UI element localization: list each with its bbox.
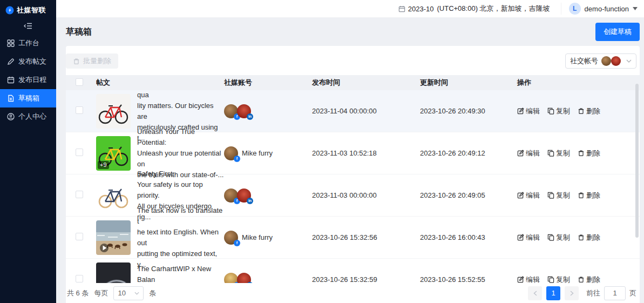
- row-checkbox[interactable]: [76, 191, 83, 198]
- post-thumbnail[interactable]: [96, 262, 131, 284]
- goto-page-input[interactable]: [604, 286, 626, 300]
- sidebar: 社媒智联 工作台 发布帖文 发布日程 草稿箱 个人: [0, 0, 56, 303]
- sidebar-nav: 工作台 发布帖文 发布日程 草稿箱 个人中心: [0, 34, 56, 126]
- trash-icon: [578, 192, 585, 199]
- brand-name: 社媒智联: [17, 5, 46, 15]
- linkedin-badge-icon: in: [247, 113, 253, 120]
- username: demo-function: [585, 5, 629, 13]
- header-update-time: 更新时间: [420, 78, 448, 86]
- copy-button[interactable]: 复制: [547, 106, 570, 116]
- account-avatar: [611, 56, 621, 66]
- next-page-button[interactable]: [565, 286, 579, 300]
- edit-button[interactable]: 编辑: [517, 191, 540, 200]
- calendar-icon: [398, 5, 405, 12]
- copy-button[interactable]: 复制: [547, 233, 570, 243]
- account-name: Mike furry: [242, 149, 273, 157]
- sidebar-item-publish-schedule[interactable]: 发布日程: [0, 71, 56, 89]
- edit-button[interactable]: 编辑: [517, 106, 540, 116]
- edit-button[interactable]: 编辑: [517, 149, 540, 158]
- table-scrollbar[interactable]: [635, 84, 639, 238]
- sidebar-item-drafts[interactable]: 草稿箱: [0, 89, 56, 107]
- account-avatar: f: [224, 231, 238, 245]
- date-picker[interactable]: 2023-10: [398, 5, 434, 13]
- content: 草稿箱 创建草稿 批量删除 社交帐号: [56, 18, 644, 303]
- page-title: 草稿箱: [66, 26, 92, 38]
- pagination: 共 6 条 每页 10 条 1: [66, 283, 640, 303]
- page-number-button[interactable]: 1: [546, 286, 560, 300]
- post-text: The task now is to translate t he text i…: [137, 205, 224, 270]
- brand-logo: 社媒智联: [0, 0, 56, 17]
- document-icon: [7, 95, 15, 102]
- timezone-label: (UTC+08:00) 北京，新加坡，吉隆坡: [437, 4, 550, 14]
- per-page-select[interactable]: 10: [113, 286, 144, 300]
- sidebar-item-label: 发布日程: [18, 75, 46, 85]
- delete-button[interactable]: 删除: [578, 149, 600, 158]
- delete-button[interactable]: 删除: [578, 275, 600, 284]
- chevron-left-icon: [533, 291, 537, 296]
- goto-label: 前往: [586, 288, 600, 298]
- post-thumbnail[interactable]: +9: [96, 136, 131, 171]
- facebook-badge-icon: f: [234, 156, 240, 162]
- row-checkbox[interactable]: [76, 149, 83, 156]
- header-post: 帖文: [96, 78, 110, 87]
- sidebar-item-label: 草稿箱: [18, 93, 39, 103]
- row-checkbox[interactable]: [76, 275, 83, 282]
- header-publish-time: 发布时间: [312, 78, 340, 86]
- select-all-checkbox[interactable]: [76, 78, 83, 86]
- goto-suffix: 页: [629, 288, 636, 298]
- prev-page-button[interactable]: [528, 286, 542, 300]
- chevron-right-icon: [570, 291, 574, 296]
- copy-button[interactable]: 复制: [547, 275, 570, 284]
- delete-button[interactable]: 删除: [578, 106, 600, 116]
- sidebar-item-personal-center[interactable]: 个人中心: [0, 107, 56, 126]
- chevron-down-icon: [626, 59, 632, 63]
- linkedin-badge-icon: in: [247, 282, 253, 284]
- per-page-suffix: 条: [149, 288, 156, 298]
- sidebar-item-label: 个人中心: [18, 112, 46, 122]
- main-area: 2023-10 (UTC+08:00) 北京，新加坡，吉隆坡 L demo-fu…: [56, 0, 644, 303]
- row-checkbox[interactable]: [76, 106, 83, 114]
- update-time: 2023-10-26 20:49:05: [420, 191, 517, 199]
- account-avatar: f: [224, 104, 238, 118]
- edit-icon: [517, 150, 524, 157]
- user-icon: [7, 113, 15, 120]
- post-thumbnail[interactable]: [96, 178, 131, 213]
- draft-row: The CarharttWIP x New Balan ce MADE in U…: [66, 259, 640, 283]
- copy-button[interactable]: 复制: [547, 191, 570, 200]
- pen-icon: [7, 58, 15, 65]
- post-text: The CarharttWIP x New Balan ce MADE in U…: [137, 264, 224, 284]
- publish-time: 2023-10-26 15:32:59: [312, 275, 420, 283]
- edit-button[interactable]: 编辑: [517, 233, 540, 243]
- sidebar-item-label: 发布帖文: [18, 57, 46, 66]
- post-thumbnail[interactable]: [96, 94, 131, 129]
- edit-icon: [517, 234, 524, 241]
- delete-button[interactable]: 删除: [578, 233, 600, 243]
- sidebar-item-workbench[interactable]: 工作台: [0, 34, 56, 52]
- account-avatar: f: [224, 146, 238, 160]
- sidebar-item-label: 工作台: [18, 38, 39, 48]
- row-checkbox[interactable]: [76, 233, 83, 240]
- batch-delete-button[interactable]: 批量删除: [66, 53, 118, 69]
- copy-button[interactable]: 复制: [547, 149, 570, 158]
- account-avatar: [601, 56, 611, 66]
- edit-button[interactable]: 编辑: [517, 275, 540, 284]
- publish-time: 2023-11-04 00:00:00: [312, 107, 420, 115]
- sidebar-collapse-icon[interactable]: [0, 17, 56, 34]
- user-menu[interactable]: L demo-function: [561, 3, 638, 15]
- brand-logo-icon: [5, 6, 14, 15]
- trash-icon: [578, 150, 585, 157]
- social-account-filter[interactable]: 社交帐号: [565, 53, 636, 69]
- sidebar-item-publish-post[interactable]: 发布帖文: [0, 52, 56, 71]
- copy-icon: [547, 107, 554, 115]
- trash-icon: [578, 276, 585, 283]
- account-avatar: in: [237, 188, 251, 203]
- delete-button[interactable]: 删除: [578, 191, 600, 200]
- publish-time: 2023-11-03 10:52:18: [312, 149, 420, 157]
- copy-icon: [547, 192, 554, 199]
- calendar-icon: [7, 76, 15, 84]
- video-thumbnail[interactable]: [96, 220, 131, 255]
- trash-icon: [578, 234, 585, 241]
- create-draft-button[interactable]: 创建草稿: [595, 23, 640, 41]
- total-count: 共 6 条: [67, 288, 89, 298]
- draft-row: The task now is to translate t he text i…: [66, 217, 640, 259]
